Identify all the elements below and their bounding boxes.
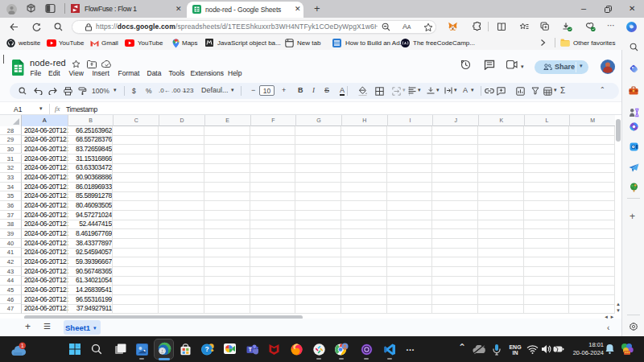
- svg-text:?: ?: [204, 345, 208, 353]
- svg-text:1: 1: [21, 343, 24, 348]
- svg-text:T: T: [249, 347, 252, 352]
